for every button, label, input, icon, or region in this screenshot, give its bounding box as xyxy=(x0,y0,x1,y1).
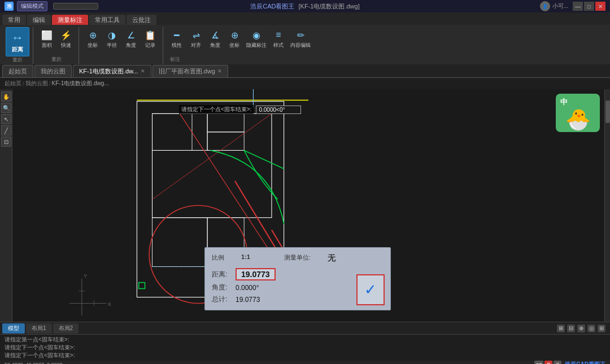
tool-align[interactable]: ⇌ 对齐 xyxy=(187,27,205,50)
status-bottom-bar: 59.4830, 40.3027, 0.0000 CR S ? 浩辰CAD看图王 xyxy=(0,361,610,364)
tab-tools[interactable]: 常用工具 xyxy=(89,15,125,25)
main-area: ✋ 🔍 ↖ ╱ ⊡ xyxy=(0,89,610,322)
close-tab-old[interactable]: ✕ xyxy=(217,68,222,74)
file-tab-start[interactable]: 起始页 xyxy=(2,65,33,77)
breadcrumb: 起始页 / 我的云图 / KF-1电缆数设图.dwg... xyxy=(0,78,610,89)
coord2-label: 坐标 xyxy=(229,42,239,49)
canvas-area[interactable]: ∮-012.8-1(1DEP-0473) Y X 请指定下一个点<固车结束>: xyxy=(12,89,604,322)
minimize-button[interactable]: — xyxy=(573,2,583,11)
left-tool-snap[interactable]: ⊡ xyxy=(1,137,11,147)
tab-cloud[interactable]: 云批注 xyxy=(127,15,156,25)
title-bar: 浩 编辑模式 浩辰CAD看图王 [KF-1电缆数设图.dwg] 👤 小可... … xyxy=(0,0,610,12)
left-tool-line[interactable]: ╱ xyxy=(1,125,11,135)
osnap-icon[interactable]: ⊞ xyxy=(598,324,605,332)
tool-record[interactable]: 📋 记录 xyxy=(141,27,159,50)
close-tab-kf[interactable]: ✕ xyxy=(141,68,145,74)
distance-value: 19.0773 xyxy=(236,268,276,280)
group-annotation: ━ 线性 ⇌ 对齐 ∡ 角度 ⊕ 坐标 ◉ 隐藏标注 ≡ 样式 xyxy=(164,27,608,64)
scrollbar-thumb[interactable] xyxy=(605,100,610,123)
angle-value: 0.0000° xyxy=(236,284,259,292)
tool-coord[interactable]: ⊕ 坐标 xyxy=(84,27,102,50)
status-msg-2: 请指定下一个点<固车结束>: xyxy=(5,344,605,352)
distance-label: 距离: xyxy=(212,270,232,279)
angle-label: 角度 xyxy=(126,42,136,49)
tool-angle2[interactable]: ∡ 角度 xyxy=(206,27,224,50)
tool-coord2[interactable]: ⊕ 坐标 xyxy=(225,27,243,50)
measurement-popup: 比例 1:1 测量单位: 无 距离: 19.0773 角度: 0.0000° 总… xyxy=(204,247,391,310)
total-value: 19.0773 xyxy=(236,296,260,304)
group-label-dist: 量距 xyxy=(6,56,29,65)
bottom-right-icons: ⊞ ⊟ ⊕ ◎ ⊞ xyxy=(557,324,610,332)
coord-icon: ⊕ xyxy=(86,28,99,42)
group-label-annotation: 标注 xyxy=(168,56,604,64)
tool-hide-dim[interactable]: ◉ 隐藏标注 xyxy=(245,27,268,50)
tool-area[interactable]: ⬜ 面积 xyxy=(38,27,56,50)
tool-style[interactable]: ≡ 样式 xyxy=(269,27,287,50)
group-distance: ↔ 距离 量距 xyxy=(2,27,33,64)
popup-header: 比例 1:1 测量单位: 无 xyxy=(212,253,384,264)
close-button[interactable]: ✕ xyxy=(595,2,605,11)
record-icon: 📋 xyxy=(143,28,157,42)
ribbon-tabs: 常用 编辑 测量标注 常用工具 云批注 xyxy=(0,12,610,25)
style-icon: ≡ xyxy=(272,28,285,42)
file-tabs: 起始页 我的云图 KF-1电缆数设图.dw... ✕ 旧厂平面布置图.dwg ✕ xyxy=(0,64,610,78)
tab-common[interactable]: 常用 xyxy=(2,15,26,25)
tab-measure[interactable]: 测量标注 xyxy=(52,15,88,25)
group-label-misc xyxy=(84,63,159,64)
file-tab-old[interactable]: 旧厂平面布置图.dwg ✕ xyxy=(152,65,228,77)
polar-icon[interactable]: ◎ xyxy=(587,324,595,332)
mascot-bird: 🐣 xyxy=(565,109,591,130)
cr-icon[interactable]: CR xyxy=(534,361,543,364)
tab-edit[interactable]: 编辑 xyxy=(27,15,51,25)
align-label: 对齐 xyxy=(191,42,201,49)
window-controls: — □ ✕ xyxy=(573,2,605,11)
maximize-button[interactable]: □ xyxy=(584,2,594,11)
grid-icon[interactable]: ⊟ xyxy=(567,324,575,332)
tool-angle[interactable]: ∠ 角度 xyxy=(122,27,140,50)
ortho-icon[interactable]: ⊕ xyxy=(577,324,585,332)
left-tool-pan[interactable]: ✋ xyxy=(1,91,11,102)
align-icon: ⇌ xyxy=(189,28,203,42)
left-tool-zoom[interactable]: 🔍 xyxy=(1,103,11,113)
status-bar: 请指定第一点<固车结束>: 请指定下一个点<固车结束>: 请指定下一个点<固车结… xyxy=(0,334,610,364)
confirm-button[interactable]: ✓ xyxy=(356,274,385,305)
info-icon[interactable]: ? xyxy=(554,361,561,364)
tool-distance[interactable]: ↔ 距离 xyxy=(6,27,29,56)
ratio-label: 比例 xyxy=(212,253,224,264)
file-tab-cloud[interactable]: 我的云图 xyxy=(34,65,72,77)
annotation-tools: ━ 线性 ⇌ 对齐 ∡ 角度 ⊕ 坐标 ◉ 隐藏标注 ≡ 样式 xyxy=(168,27,604,56)
distance-tools: ↔ 距离 xyxy=(6,27,29,56)
tool-linear[interactable]: ━ 线性 xyxy=(168,27,186,50)
tab-model[interactable]: 模型 xyxy=(2,323,25,334)
file-tab-kf[interactable]: KF-1电缆数设图.dw... ✕ xyxy=(73,65,151,77)
area-icon: ⬜ xyxy=(40,28,54,42)
group-label-area: 量距 xyxy=(38,56,75,64)
radius-label: 半径 xyxy=(107,42,117,49)
left-toolbar: ✋ 🔍 ↖ ╱ ⊡ xyxy=(0,89,12,322)
distance-label: 距离 xyxy=(12,46,23,54)
search-box[interactable] xyxy=(53,3,98,10)
coord-label: 坐标 xyxy=(88,42,98,49)
title-bar-left: 浩 编辑模式 xyxy=(5,1,98,11)
coord-input[interactable] xyxy=(256,106,301,114)
total-label: 总计: xyxy=(212,295,232,304)
tool-content-edit[interactable]: ✏ 内容编辑 xyxy=(289,27,312,50)
tool-radius[interactable]: ◑ 半径 xyxy=(103,27,121,50)
tool-quick[interactable]: ⚡ 快速 xyxy=(57,27,75,50)
mascot-label: 中 xyxy=(560,97,568,107)
snap-icon[interactable]: ⊞ xyxy=(557,324,565,332)
mode-badge: 编辑模式 xyxy=(17,1,47,11)
left-tool-select[interactable]: ↖ xyxy=(1,114,11,124)
tab-layout2[interactable]: 布局2 xyxy=(53,323,79,334)
avatar: 👤 xyxy=(540,1,550,11)
hide-dim-icon: ◉ xyxy=(250,28,263,42)
user-area: 👤 小可... xyxy=(540,1,568,11)
mascot-widget[interactable]: 中 🐣 xyxy=(556,94,600,132)
tab-layout1[interactable]: 布局1 xyxy=(26,323,52,334)
angle-icon: ∠ xyxy=(124,28,138,42)
s-icon[interactable]: S xyxy=(544,361,552,364)
linear-label: 线性 xyxy=(172,42,182,49)
right-scrollbar[interactable] xyxy=(604,89,610,322)
coord-input-overlay: 请指定下一个点<固车结束>: xyxy=(179,105,301,114)
distance-icon: ↔ xyxy=(10,30,25,46)
